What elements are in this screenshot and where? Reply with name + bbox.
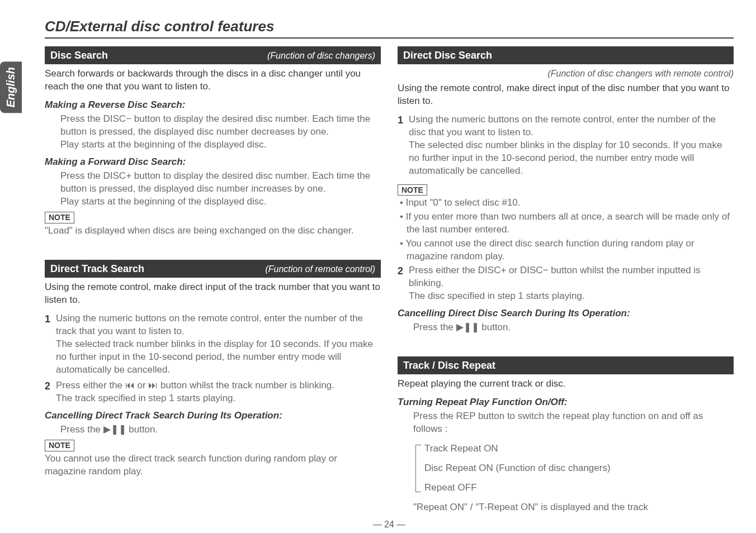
note-label: NOTE	[398, 184, 427, 196]
note-bullet: Input "0" to select disc #10.	[400, 197, 734, 210]
right-column: Direct Disc Search (Function of disc cha…	[398, 46, 734, 514]
section-title: CD/External disc control features	[45, 17, 734, 39]
repeat-option: Track Repeat ON	[424, 442, 734, 455]
direct-disc-notes: Input "0" to select disc #10. If you ent…	[398, 197, 734, 263]
repeat-cycle-diagram: Track Repeat ON Disc Repeat ON (Function…	[413, 442, 734, 494]
reverse-search-body2: Play starts at the beginning of the disp…	[45, 139, 381, 151]
step-body: Using the numeric buttons on the remote …	[409, 113, 734, 178]
page-number: — 24 —	[45, 518, 734, 531]
heading-disc-search: Disc Search (Function of disc changers)	[45, 46, 381, 64]
reverse-search-head: Making a Reverse Disc Search:	[45, 99, 381, 112]
note-label: NOTE	[45, 212, 74, 223]
direct-track-step2: 2 Press either the ⏮ or ⏭ button whilst …	[45, 379, 381, 405]
step-number: 2	[45, 379, 50, 405]
heading-track-disc-repeat: Track / Disc Repeat	[398, 356, 734, 374]
step-number: 1	[398, 113, 403, 178]
step-number: 2	[398, 264, 403, 303]
heading-title: Direct Disc Search	[403, 49, 492, 62]
disc-search-note: "Load" is displayed when discs are being…	[45, 225, 381, 237]
heading-direct-disc-search: Direct Disc Search	[398, 46, 734, 64]
repeat-lead: Repeat playing the current track or disc…	[398, 378, 734, 391]
cancel-track-head: Cancelling Direct Track Search During It…	[45, 410, 381, 422]
direct-disc-lead: Using the remote control, make direct in…	[398, 82, 734, 108]
direct-disc-step2: 2 Press either the DISC+ or DISC− button…	[398, 264, 734, 303]
forward-search-body2: Play starts at the beginning of the disp…	[45, 196, 381, 208]
cancel-disc-head: Cancelling Direct Disc Search During Its…	[398, 307, 734, 320]
direct-track-step1: 1 Using the numeric buttons on the remot…	[45, 312, 381, 377]
repeat-option: Repeat OFF	[424, 482, 734, 494]
cancel-disc-body: Press the ▶❚❚ button.	[398, 321, 734, 334]
heading-function-note: (Function of disc changers with remote c…	[398, 68, 734, 80]
heading-direct-track-search: Direct Track Search (Function of remote …	[45, 260, 381, 278]
heading-function-note: (Function of remote control)	[265, 263, 375, 275]
repeat-turn-body: Press the REP button to switch the repea…	[398, 410, 734, 436]
step-body: Press either the DISC+ or DISC− button w…	[409, 264, 734, 303]
heading-function-note: (Function of disc changers)	[267, 50, 375, 62]
forward-search-body: Press the DISC+ button to display the de…	[45, 170, 381, 196]
heading-title: Track / Disc Repeat	[403, 359, 495, 372]
note-bullet: You cannot use the direct disc search fu…	[400, 237, 734, 263]
forward-search-head: Making a Forward Disc Search:	[45, 156, 381, 169]
step-number: 1	[45, 312, 50, 377]
direct-track-note: You cannot use the direct track search f…	[45, 453, 381, 478]
step-body: Using the numeric buttons on the remote …	[56, 312, 381, 377]
note-bullet: If you enter more than two numbers all a…	[400, 211, 734, 236]
step-body: Press either the ⏮ or ⏭ button whilst th…	[56, 379, 334, 405]
repeat-turn-head: Turning Repeat Play Function On/Off:	[398, 396, 734, 409]
heading-title: Direct Track Search	[50, 262, 144, 275]
note-label: NOTE	[45, 440, 74, 451]
repeat-tail-text: "Repeat ON" / "T-Repeat ON" is displayed…	[398, 501, 734, 514]
disc-search-lead: Search forwards or backwards through the…	[45, 68, 381, 93]
heading-title: Disc Search	[50, 49, 108, 62]
page-content: CD/External disc control features Disc S…	[0, 0, 756, 533]
cycle-bracket-icon	[415, 445, 421, 492]
direct-track-lead: Using the remote control, make direct in…	[45, 281, 381, 307]
reverse-search-body: Press the DISC− button to display the de…	[45, 113, 381, 139]
language-tab: English	[0, 61, 22, 113]
direct-disc-step1: 1 Using the numeric buttons on the remot…	[398, 113, 734, 178]
cancel-track-body: Press the ▶❚❚ button.	[45, 423, 381, 436]
left-column: Disc Search (Function of disc changers) …	[45, 46, 381, 514]
repeat-option: Disc Repeat ON (Function of disc changer…	[424, 462, 734, 475]
